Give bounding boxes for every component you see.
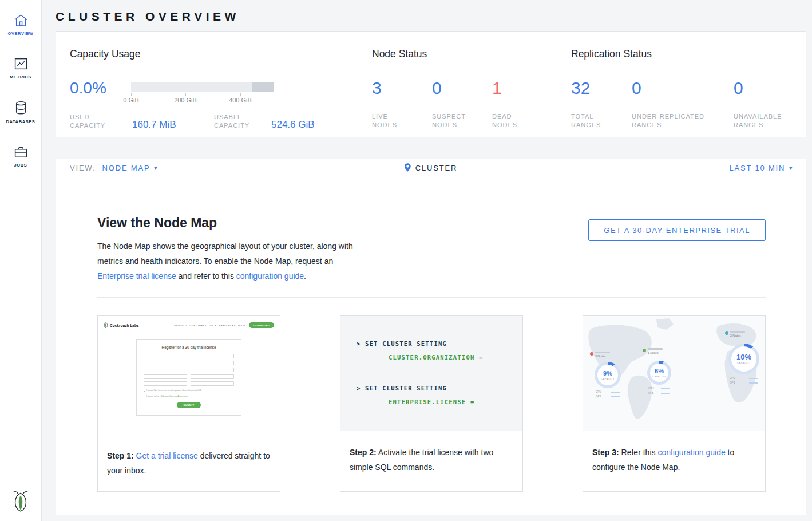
metric-bar	[661, 388, 670, 389]
app: OVERVIEW METRICS DATABAS	[0, 0, 812, 521]
checkbox-icon	[144, 390, 145, 392]
live-nodes-label: LIVE NODES	[372, 112, 401, 129]
usable-capacity-value: 524.6 GiB	[271, 120, 315, 130]
axis-tick-label: 200 GiB	[174, 97, 197, 104]
replication-status-title: Replication Status	[571, 48, 806, 60]
suspect-nodes-stat: 0 SUSPECT NODES	[432, 78, 492, 129]
live-nodes-stat: 3 LIVE NODES	[372, 78, 432, 129]
step1-caption: Step 1: Get a trial license delivered st…	[98, 435, 280, 478]
mini-site-header: Cockroach Labs PRODUCT CUSTOMERS DOCS RE…	[98, 318, 280, 332]
axis-tick	[131, 93, 132, 96]
steps-row: Cockroach Labs PRODUCT CUSTOMERS DOCS RE…	[97, 315, 766, 492]
mini-input	[191, 361, 234, 365]
mini-form-title: Register for a 30-day trial license	[144, 345, 234, 349]
sql-command: > SET CLUSTER SETTING	[357, 339, 522, 348]
node-status-section: Node Status 3 LIVE NODES 0 SUSPECT NODES…	[372, 48, 571, 129]
step1-screenshot: Cockroach Labs PRODUCT CUSTOMERS DOCS RE…	[98, 316, 280, 435]
mini-input	[144, 381, 187, 386]
dead-nodes-stat: 1 DEAD NODES	[492, 78, 552, 129]
step3-node-map-preview: 3 Nodes 3 Nodes 2 Nodes	[583, 316, 765, 431]
node-status-title: Node Status	[372, 48, 571, 60]
step1-card: Cockroach Labs PRODUCT CUSTOMERS DOCS RE…	[97, 315, 280, 492]
dead-nodes-label: DEAD NODES	[492, 112, 521, 129]
location-pin-icon	[405, 163, 411, 173]
metric-bar	[661, 393, 670, 394]
breadcrumb-cluster[interactable]: CLUSTER	[405, 163, 457, 173]
axis-tick-label: 400 GiB	[229, 97, 252, 104]
mini-site-nav: PRODUCT CUSTOMERS DOCS RESOURCES BLOG	[174, 324, 245, 327]
capacity-used-percent: 0.0%	[70, 78, 131, 106]
sidebar-item-databases[interactable]: DATABASES	[0, 94, 41, 130]
page-title: CLUSTER OVERVIEW	[56, 8, 812, 25]
step3-label: Step 3:	[592, 448, 619, 457]
mini-trial-form: Register for a 30-day trial license	[136, 339, 241, 416]
locality-name-placeholder	[595, 352, 610, 353]
dead-nodes-value: 1	[492, 78, 552, 98]
mini-input	[191, 368, 234, 372]
capacity-gauge: 10% CAPACITY CPU QPS	[728, 344, 759, 384]
chevron-down-icon	[789, 165, 793, 171]
live-nodes-value: 3	[372, 78, 432, 98]
description-text: .	[304, 271, 306, 281]
node-locality-label: 3 Nodes	[643, 348, 663, 354]
node-locality-label: 2 Nodes	[725, 331, 745, 337]
chevron-down-icon	[154, 165, 158, 171]
unavailable-ranges-stat: 0 UNAVAILABLE RANGES	[734, 78, 788, 129]
metric-bar	[749, 378, 758, 379]
capacity-gauge: 9% CAPACITY CPU QPS	[595, 362, 621, 398]
suspect-nodes-value: 0	[432, 78, 492, 98]
sidebar-item-label: OVERVIEW	[7, 31, 33, 36]
sql-setting: ENTERPRISE.LICENSE =	[389, 397, 522, 406]
capacity-usage-section: Capacity Usage 0.0% 0 GiB 200 GiB 400 Gi…	[70, 48, 372, 129]
sidebar-item-jobs[interactable]: JOBS	[0, 139, 41, 173]
capacity-bar-track	[131, 82, 274, 92]
mini-input	[144, 374, 187, 379]
sidebar-item-metrics[interactable]: METRICS	[0, 50, 41, 85]
mini-input	[191, 381, 234, 386]
mini-cockroach-logo-icon	[104, 320, 108, 330]
step1-label: Step 1:	[107, 451, 134, 460]
mini-input	[191, 354, 234, 358]
enterprise-trial-button[interactable]: GET A 30-DAY ENTERPRISE TRIAL	[588, 219, 766, 241]
node-map-panel: View the Node Map GET A 30-DAY ENTERPRIS…	[56, 177, 806, 515]
under-replicated-ranges-stat: 0 UNDER-REPLICATED RANGES	[632, 78, 734, 129]
enterprise-trial-license-link[interactable]: Enterprise trial license	[97, 271, 176, 281]
divider	[97, 297, 766, 298]
time-range-dropdown[interactable]: LAST 10 MIN	[730, 164, 806, 172]
description-text: The Node Map shows the geographical layo…	[97, 242, 353, 266]
step3-text: Refer this	[619, 448, 658, 457]
sql-command: > SET CLUSTER SETTING	[357, 384, 522, 393]
usable-capacity-label: USABLE CAPACITY	[214, 113, 271, 130]
cockroachdb-logo[interactable]	[0, 490, 41, 512]
view-toolbar: VIEW: NODE MAP CLUSTER LAST 10 MIN	[56, 159, 806, 177]
briefcase-icon	[14, 145, 28, 159]
locality-dot-icon	[725, 331, 728, 335]
mini-input	[191, 374, 234, 379]
metric-bar	[611, 392, 620, 393]
step2-caption: Step 2: Activate the trial license with …	[340, 431, 522, 475]
metrics-icon	[14, 57, 28, 70]
suspect-nodes-label: SUSPECT NODES	[432, 112, 468, 129]
sidebar-item-label: DATABASES	[6, 119, 35, 124]
mini-submit-button: SUBMIT	[177, 402, 201, 408]
mini-input	[144, 361, 187, 365]
mini-download-button: DOWNLOAD	[249, 322, 274, 328]
get-trial-license-link[interactable]: Get a trial license	[136, 451, 198, 460]
locality-name-placeholder	[648, 348, 663, 350]
sidebar-item-label: METRICS	[10, 74, 31, 80]
sidebar: OVERVIEW METRICS DATABAS	[0, 0, 42, 521]
capacity-bar: 0 GiB 200 GiB 400 GiB	[131, 78, 274, 106]
view-selector-dropdown[interactable]: NODE MAP	[102, 164, 159, 172]
configuration-guide-link[interactable]: configuration guide	[657, 448, 725, 457]
mini-form-fields	[144, 354, 234, 386]
under-replicated-ranges-value: 0	[632, 78, 734, 98]
step3-card: 3 Nodes 3 Nodes 2 Nodes	[583, 315, 766, 492]
sql-setting: CLUSTER.ORGANIZATION =	[389, 353, 522, 362]
sidebar-item-overview[interactable]: OVERVIEW	[0, 7, 41, 42]
unavailable-ranges-value: 0	[734, 78, 788, 98]
replication-status-section: Replication Status 32 TOTAL RANGES 0 UND…	[571, 48, 806, 129]
capacity-usage-title: Capacity Usage	[70, 48, 372, 60]
mini-input	[144, 368, 187, 372]
configuration-guide-link[interactable]: configuration guide	[236, 271, 304, 281]
node-map-description: The Node Map shows the geographical layo…	[97, 239, 366, 283]
